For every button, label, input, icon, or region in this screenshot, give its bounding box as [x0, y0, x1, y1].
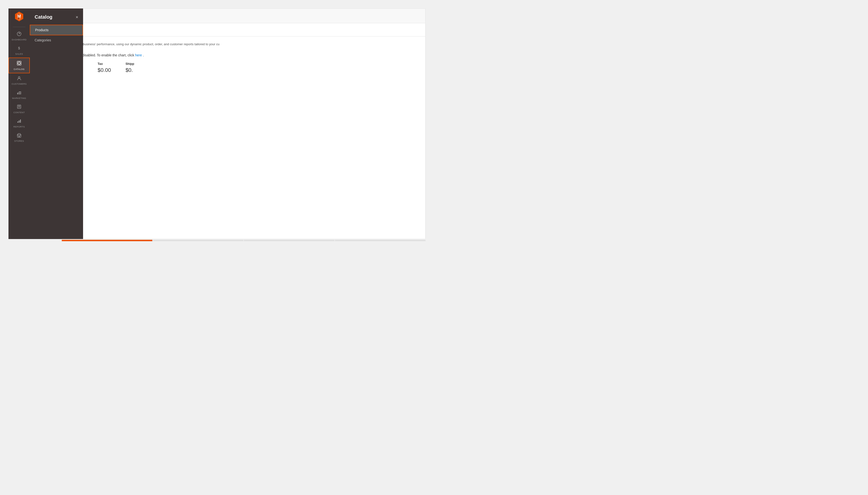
svg-text:$: $ [18, 46, 20, 50]
flyout-title: Catalog [35, 14, 52, 20]
main-body: d of your business' performance, using o… [62, 36, 425, 79]
sidebar-item-label-customers: CUSTOMERS [12, 83, 27, 85]
magento-logo[interactable]: M [14, 11, 25, 23]
svg-rect-20 [17, 121, 18, 123]
sidebar-item-catalog[interactable]: CATALOG [9, 57, 30, 73]
tab-bar [62, 240, 426, 248]
sidebar-item-label-marketing: MARKETING [12, 97, 26, 99]
shipping-value: $0. [126, 67, 134, 73]
dashboard-description: d of your business' performance, using o… [70, 42, 417, 46]
dashboard-icon [17, 32, 21, 37]
sidebar-item-customers[interactable]: CUSTOMERS [9, 73, 30, 88]
marketing-icon [17, 90, 21, 96]
svg-rect-8 [18, 62, 20, 64]
sidebar-item-reports[interactable]: REPORTS [9, 116, 30, 131]
flyout-menu-categories[interactable]: Categories [30, 35, 83, 45]
svg-point-13 [18, 77, 20, 79]
chart-disabled-message: Chart is disabled. To enable the chart, … [70, 53, 417, 57]
stores-icon [17, 133, 21, 139]
svg-rect-16 [17, 105, 21, 108]
metrics-row: Revenue $0.00 Tax $0.00 Shipp $0. [70, 62, 417, 73]
main-content-area: d of your business' performance, using o… [62, 8, 426, 239]
svg-text:M: M [17, 14, 21, 18]
catalog-flyout: Catalog × Products Categories [30, 8, 83, 239]
customers-icon [17, 76, 21, 82]
enable-chart-link[interactable]: here [135, 53, 142, 57]
sidebar-item-content[interactable]: CONTENT [9, 102, 30, 116]
svg-rect-22 [20, 120, 21, 123]
main-header [62, 9, 425, 23]
sidebar-item-label-catalog: CATALOG [14, 68, 24, 70]
flyout-close-button[interactable]: × [76, 15, 78, 19]
sidebar-item-label-sales: SALES [15, 53, 23, 55]
sidebar: M DASHBOARD $ SALES [9, 8, 30, 239]
metric-tax: Tax $0.00 [98, 62, 111, 73]
sidebar-item-label-dashboard: DASHBOARD [12, 38, 27, 41]
catalog-icon [16, 61, 22, 67]
tab-3[interactable] [244, 240, 334, 241]
metric-shipping: Shipp $0. [126, 62, 134, 73]
sidebar-item-stores[interactable]: STORES [9, 131, 30, 145]
sidebar-item-marketing[interactable]: MARKETING [9, 88, 30, 102]
sidebar-item-dashboard[interactable]: DASHBOARD [9, 29, 30, 43]
sidebar-item-label-stores: STORES [14, 140, 24, 142]
sidebar-item-label-reports: REPORTS [14, 125, 25, 128]
sales-icon: $ [17, 46, 21, 52]
tab-2[interactable] [153, 240, 243, 241]
sidebar-item-sales[interactable]: $ SALES [9, 43, 30, 57]
main-section [62, 23, 425, 36]
tax-label: Tax [98, 62, 111, 66]
sidebar-item-label-content: CONTENT [14, 111, 25, 114]
chart-disabled-period: . [143, 53, 144, 57]
sidebar-divider [13, 27, 26, 27]
reports-icon [17, 119, 21, 124]
shipping-label: Shipp [126, 62, 134, 66]
content-icon [17, 104, 21, 110]
tax-value: $0.00 [98, 67, 111, 73]
svg-rect-21 [19, 120, 20, 123]
flyout-menu-products[interactable]: Products [30, 25, 83, 35]
tab-4[interactable] [335, 240, 426, 241]
svg-rect-24 [19, 136, 20, 137]
flyout-header: Catalog × [30, 12, 83, 25]
tab-1[interactable] [62, 240, 152, 241]
